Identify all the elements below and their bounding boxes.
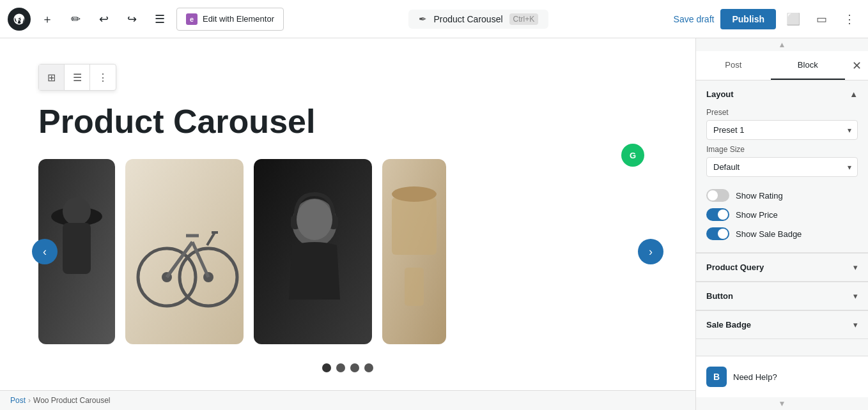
svg-point-22: [392, 186, 437, 202]
product-image-3: [254, 159, 372, 344]
preset-label: Preset: [706, 108, 858, 117]
carousel-track: [38, 159, 657, 344]
need-help-section: B Need Help?: [696, 356, 868, 397]
carousel-next-button[interactable]: ›: [638, 239, 663, 264]
toggle-knob: [708, 190, 718, 201]
section-layout-title: Layout: [706, 89, 734, 99]
section-product-query-title: Product Query: [706, 262, 764, 272]
redo-button[interactable]: ↪: [120, 8, 143, 31]
carousel-dots: [38, 363, 657, 372]
section-sale-badge: Sale Badge ▾: [696, 310, 868, 338]
view-toggle-button[interactable]: ⬜: [782, 8, 804, 30]
show-sale-badge-toggle[interactable]: [706, 227, 729, 240]
show-sale-badge-label: Show Sale Badge: [736, 229, 802, 239]
right-panel: ▲ Post Block ✕ Layout ▲ Preset Preset 1: [695, 38, 868, 410]
product-image-4: [382, 159, 446, 344]
image-size-select[interactable]: Default Thumbnail Medium Large Full: [706, 157, 858, 177]
section-sale-badge-title: Sale Badge: [706, 320, 751, 330]
topbar-center: ✒ Product Carousel Ctrl+K: [289, 10, 669, 29]
undo-button[interactable]: ↩: [92, 8, 115, 31]
panel-tabs: Post Block ✕: [696, 51, 868, 80]
panel-scroll-top[interactable]: ▲: [696, 38, 868, 51]
toggle-knob: [718, 229, 728, 239]
carousel-item: [382, 159, 446, 344]
save-draft-button[interactable]: Save draft: [674, 14, 715, 24]
more-options-button[interactable]: ⋮: [839, 8, 860, 30]
need-help-icon: B: [706, 367, 727, 387]
show-rating-toggle[interactable]: [706, 189, 729, 202]
edit-elementor-label: Edit with Elementor: [203, 14, 274, 24]
section-sale-badge-header[interactable]: Sale Badge ▾: [696, 311, 868, 338]
panel-close-button[interactable]: ✕: [845, 51, 868, 80]
section-button: Button ▾: [696, 282, 868, 310]
svg-rect-21: [392, 197, 437, 255]
canvas-content: ⊞ ☰ ⋮ Product Carousel G ‹: [0, 38, 695, 410]
svg-point-2: [63, 197, 91, 225]
svg-point-19: [297, 199, 332, 240]
section-layout-chevron: ▲: [849, 89, 858, 99]
tab-block[interactable]: Block: [771, 51, 846, 80]
image-size-field: Image Size Default Thumbnail Medium Larg…: [706, 145, 858, 177]
carousel-dot[interactable]: [364, 363, 373, 372]
add-block-button[interactable]: ＋: [36, 8, 59, 31]
wp-icon: [13, 13, 26, 26]
section-layout-header[interactable]: Layout ▲: [696, 80, 868, 108]
section-button-title: Button: [706, 291, 733, 301]
carousel-prev-button[interactable]: ‹: [32, 239, 58, 264]
block-tool-more[interactable]: ⋮: [90, 65, 116, 90]
breadcrumb-home[interactable]: Post: [10, 396, 26, 405]
tab-post[interactable]: Post: [696, 51, 771, 80]
block-toolbar: ⊞ ☰ ⋮: [38, 64, 116, 91]
carousel-item: [254, 159, 372, 344]
need-help-text[interactable]: Need Help?: [733, 372, 777, 382]
block-title: Product Carousel: [38, 103, 657, 140]
section-product-query: Product Query ▾: [696, 253, 868, 281]
list-view-button[interactable]: ☰: [148, 8, 171, 31]
section-sale-badge-chevron: ▾: [853, 320, 858, 330]
pen-icon: ✒: [419, 13, 427, 25]
post-title: Product Carousel: [433, 14, 502, 24]
topbar-right: Save draft Publish ⬜ ▭ ⋮: [674, 8, 860, 30]
show-rating-row: Show Rating: [706, 186, 858, 205]
canvas-area[interactable]: ⊞ ☰ ⋮ Product Carousel G ‹: [0, 38, 695, 410]
breadcrumb: Post › Woo Product Carousel: [0, 390, 695, 410]
breadcrumb-current: Woo Product Carousel: [33, 396, 111, 405]
publish-button[interactable]: Publish: [720, 9, 776, 29]
show-price-row: Show Price: [706, 205, 858, 224]
topbar: ＋ ✏ ↩ ↪ ☰ e Edit with Elementor ✒ Produc…: [0, 0, 868, 38]
block-tool-widget[interactable]: ⊞: [39, 65, 65, 90]
wordpress-logo[interactable]: [8, 8, 31, 31]
carousel-wrapper: ‹: [38, 159, 657, 344]
topbar-left: ＋ ✏ ↩ ↪ ☰: [8, 8, 171, 31]
elementor-icon: e: [186, 13, 198, 25]
preset-select[interactable]: Preset 1 Preset 2 Preset 3: [706, 120, 858, 140]
section-button-header[interactable]: Button ▾: [696, 282, 868, 310]
carousel-dot[interactable]: [322, 363, 331, 372]
edit-tools-button[interactable]: ✏: [64, 8, 87, 31]
toggle-knob: [718, 209, 728, 220]
carousel-dot[interactable]: [336, 363, 345, 372]
preset-field: Preset Preset 1 Preset 2 Preset 3: [706, 108, 858, 140]
preset-select-wrapper: Preset 1 Preset 2 Preset 3: [706, 120, 858, 140]
section-button-chevron: ▾: [853, 291, 858, 301]
show-sale-badge-row: Show Sale Badge: [706, 224, 858, 243]
show-price-label: Show Price: [736, 210, 778, 220]
panel-divider: [696, 338, 868, 339]
edit-elementor-button[interactable]: e Edit with Elementor: [176, 8, 284, 31]
image-size-label: Image Size: [706, 145, 858, 154]
shortcut-badge: Ctrl+K: [509, 13, 539, 25]
breadcrumb-separator: ›: [28, 396, 31, 405]
carousel-dot[interactable]: [350, 363, 359, 372]
section-product-query-chevron: ▾: [853, 262, 858, 272]
image-size-select-wrapper: Default Thumbnail Medium Large Full: [706, 157, 858, 177]
main-layout: ⊞ ☰ ⋮ Product Carousel G ‹: [0, 38, 868, 410]
svg-rect-3: [63, 223, 91, 274]
panel-scroll-bottom[interactable]: ▼: [696, 397, 868, 410]
block-tool-align[interactable]: ☰: [65, 65, 90, 90]
product-image-2: [125, 159, 244, 344]
post-title-area[interactable]: ✒ Product Carousel Ctrl+K: [408, 10, 548, 29]
section-layout: Layout ▲ Preset Preset 1 Preset 2 Preset…: [696, 80, 868, 252]
section-product-query-header[interactable]: Product Query ▾: [696, 254, 868, 281]
sidebar-toggle-button[interactable]: ▭: [810, 8, 832, 30]
show-price-toggle[interactable]: [706, 208, 729, 221]
